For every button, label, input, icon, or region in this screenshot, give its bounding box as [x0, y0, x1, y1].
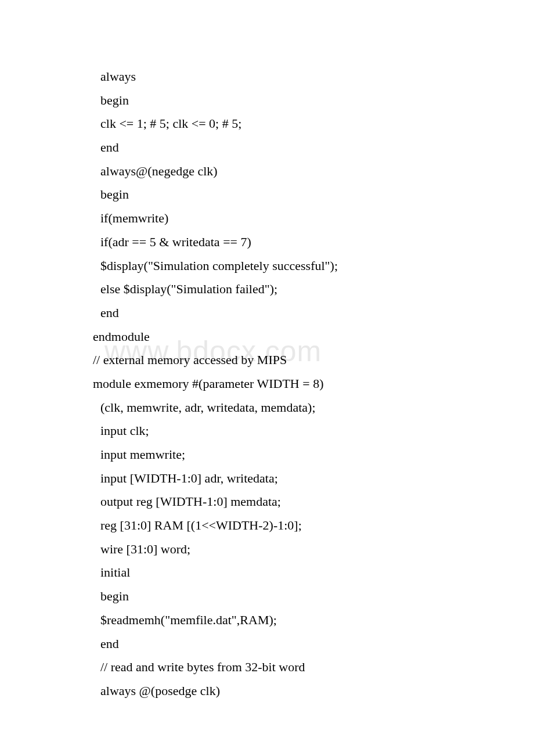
code-line: // external memory accessed by MIPS	[93, 348, 534, 372]
code-line: output reg [WIDTH-1:0] memdata;	[93, 490, 534, 514]
code-line: end	[93, 632, 534, 656]
code-line: endmodule	[93, 325, 534, 349]
code-line: always @(posedge clk)	[93, 679, 534, 703]
code-line: begin	[93, 89, 534, 113]
code-line: begin	[93, 585, 534, 609]
code-line: wire [31:0] word;	[93, 538, 534, 561]
code-line: input clk;	[93, 419, 534, 443]
code-line: end	[93, 301, 534, 325]
code-line: $readmemh("memfile.dat",RAM);	[93, 609, 534, 632]
code-line: reg [31:0] RAM [(1<<WIDTH-2)-1:0];	[93, 514, 534, 538]
code-line: if(adr == 5 & writedata == 7)	[93, 231, 534, 254]
code-line: always	[93, 65, 534, 89]
code-line: module exmemory #(parameter WIDTH = 8)	[93, 372, 534, 396]
code-line: else $display("Simulation failed");	[93, 278, 534, 301]
code-line: clk <= 1; # 5; clk <= 0; # 5;	[93, 112, 534, 136]
code-line: (clk, memwrite, adr, writedata, memdata)…	[93, 396, 534, 420]
code-line: // read and write bytes from 32-bit word	[93, 656, 534, 679]
code-line: always@(negedge clk)	[93, 160, 534, 183]
code-content: always begin clk <= 1; # 5; clk <= 0; # …	[93, 65, 534, 703]
code-line: input memwrite;	[93, 443, 534, 467]
code-line: initial	[93, 561, 534, 585]
code-line: end	[93, 136, 534, 160]
code-line: if(memwrite)	[93, 207, 534, 231]
code-line: begin	[93, 183, 534, 207]
code-line: input [WIDTH-1:0] adr, writedata;	[93, 467, 534, 491]
code-line: $display("Simulation completely successf…	[93, 254, 534, 278]
